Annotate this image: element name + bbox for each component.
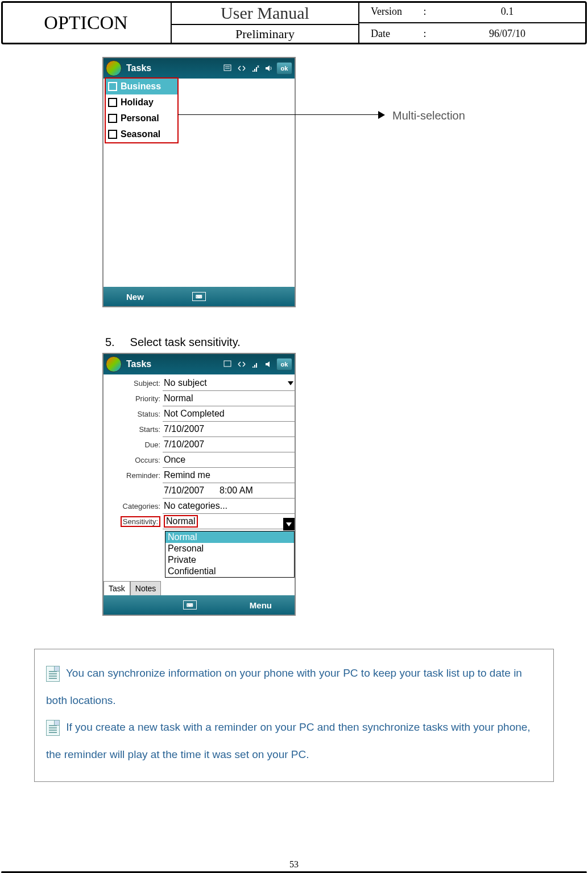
bottombar: New ⌨ — [103, 287, 295, 306]
reminder-label: Reminder: — [103, 471, 163, 480]
category-item-seasonal[interactable]: Seasonal — [106, 126, 177, 142]
date-value: 96/07/10 — [433, 28, 581, 40]
sensitivity-option-normal[interactable]: Normal — [165, 532, 294, 543]
window-title: Tasks — [122, 63, 222, 73]
priority-label: Priority: — [103, 394, 163, 403]
checkbox-icon[interactable] — [108, 98, 117, 107]
doc-header: OPTICON User Manual Preliminary Version … — [1, 1, 587, 44]
connectivity-icon[interactable] — [235, 358, 248, 370]
window-title: Tasks — [122, 359, 222, 369]
category-item-personal[interactable]: Personal — [106, 110, 177, 126]
tab-task[interactable]: Task — [103, 581, 130, 595]
signal-icon[interactable]: x — [249, 62, 262, 75]
connectivity-icon[interactable] — [235, 62, 248, 75]
status-field[interactable]: Not Completed — [163, 406, 295, 422]
sensitivity-field[interactable]: Normal — [163, 514, 295, 529]
category-item-holiday[interactable]: Holiday — [106, 94, 177, 110]
due-field[interactable]: 7/10/2007 — [163, 437, 295, 452]
status-label: Status: — [103, 410, 163, 418]
reminder-field[interactable]: Remind me — [163, 468, 295, 483]
chevron-down-icon — [288, 381, 293, 385]
category-item-business[interactable]: Business — [106, 79, 177, 94]
version-label: Version — [365, 6, 416, 18]
callout-label: Multi-selection — [392, 109, 465, 122]
version-value: 0.1 — [433, 6, 581, 18]
svg-rect-4 — [224, 361, 231, 367]
chevron-down-icon[interactable] — [283, 518, 295, 530]
volume-icon[interactable] — [263, 62, 275, 75]
page-number: 53 — [0, 859, 588, 870]
screenshot-task-form: Tasks ok Subject: No subject Priority: N… — [102, 353, 296, 616]
reminder-datetime[interactable]: 7/10/2007 8:00 AM — [163, 483, 295, 499]
sensitivity-label: Sensitivity: — [103, 517, 163, 526]
doc-subtitle: Preliminary — [172, 25, 358, 44]
checkbox-icon[interactable] — [108, 114, 117, 123]
sensitivity-option-personal[interactable]: Personal — [165, 543, 294, 554]
ok-button[interactable]: ok — [276, 358, 292, 370]
sensitivity-option-private[interactable]: Private — [165, 554, 294, 566]
date-label: Date — [365, 28, 416, 40]
occurs-field[interactable]: Once — [163, 452, 295, 468]
starts-field[interactable]: 7/10/2007 — [163, 422, 295, 437]
volume-icon[interactable] — [263, 358, 275, 370]
tabs: Task Notes — [103, 581, 161, 595]
ok-button[interactable]: ok — [276, 62, 292, 75]
note-1: You can synchronize information on your … — [46, 660, 542, 714]
starts-label: Starts: — [103, 425, 163, 434]
categories-field[interactable]: No categories... — [163, 499, 295, 514]
step-instruction: 5. Select task sensitivity. — [105, 336, 241, 349]
subject-field[interactable]: No subject — [163, 376, 295, 391]
svg-text:x: x — [257, 64, 259, 68]
doc-title: User Manual — [172, 1, 358, 25]
tab-notes[interactable]: Notes — [130, 581, 162, 595]
start-icon[interactable] — [106, 60, 122, 76]
input-icon[interactable] — [222, 62, 234, 75]
softkey-new[interactable]: New — [126, 292, 144, 302]
due-label: Due: — [103, 440, 163, 449]
bottombar: ⌨ Menu — [103, 595, 295, 615]
note-2: If you create a new task with a reminder… — [46, 714, 542, 768]
note-icon — [46, 720, 60, 736]
titlebar: Tasks ok — [103, 354, 295, 374]
callout-arrow — [178, 114, 382, 115]
brand: OPTICON — [1, 1, 172, 44]
checkbox-icon[interactable] — [108, 82, 117, 91]
categories-label: Categories: — [103, 502, 163, 510]
priority-field[interactable]: Normal — [163, 391, 295, 406]
signal-icon[interactable] — [249, 358, 262, 370]
checkbox-icon[interactable] — [108, 130, 117, 139]
subject-label: Subject: — [103, 379, 163, 388]
arrow-head-icon — [378, 111, 385, 119]
start-icon[interactable] — [106, 356, 122, 372]
input-icon[interactable] — [222, 358, 234, 370]
category-list: Business Holiday Personal Seasonal — [105, 77, 179, 143]
sensitivity-dropdown: Normal Personal Private Confidential — [165, 531, 295, 578]
sensitivity-option-confidential[interactable]: Confidential — [165, 566, 294, 577]
svg-rect-0 — [224, 65, 231, 71]
notes-box: You can synchronize information on your … — [34, 649, 554, 782]
softkey-menu[interactable]: Menu — [250, 600, 272, 610]
occurs-label: Occurs: — [103, 456, 163, 464]
screenshot-categories: Tasks x ok Business Holiday Personal — [102, 57, 296, 307]
keyboard-icon[interactable]: ⌨ — [192, 292, 206, 301]
keyboard-icon[interactable]: ⌨ — [183, 600, 197, 610]
note-icon — [46, 666, 60, 682]
titlebar: Tasks x ok — [103, 58, 295, 79]
